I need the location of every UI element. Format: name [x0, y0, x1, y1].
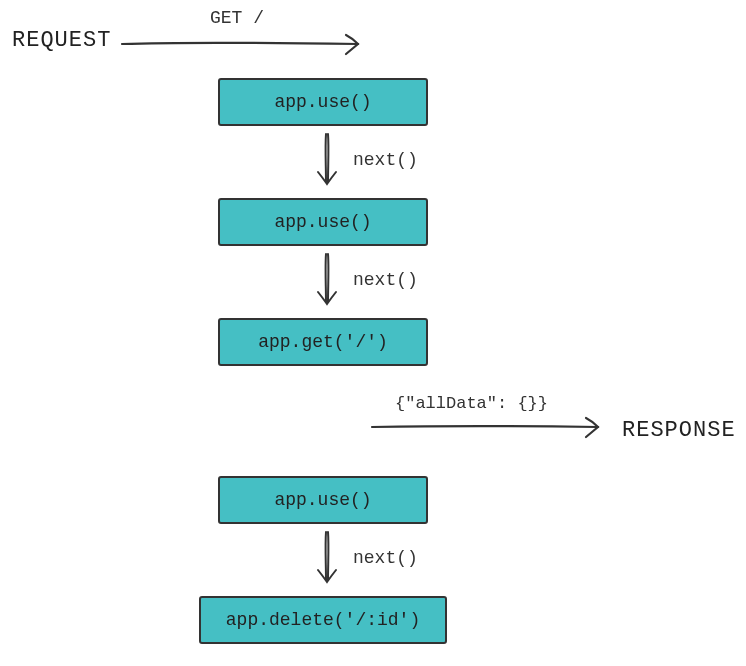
request-arrow-label: GET /	[210, 8, 264, 28]
middleware-box-1: app.use()	[218, 78, 428, 126]
down-arrow-icon	[314, 530, 344, 588]
box-label: app.delete('/:id')	[226, 610, 420, 630]
request-label: REQUEST	[12, 28, 111, 53]
box-label: app.use()	[274, 92, 371, 112]
route-box-delete: app.delete('/:id')	[199, 596, 447, 644]
next-label-2: next()	[353, 270, 418, 290]
box-label: app.use()	[274, 212, 371, 232]
route-box-get: app.get('/')	[218, 318, 428, 366]
response-arrow-label: {"allData": {}}	[395, 394, 548, 413]
down-arrow-icon	[314, 252, 344, 310]
box-label: app.get('/')	[258, 332, 388, 352]
response-label: RESPONSE	[622, 418, 736, 443]
response-arrow-icon	[370, 415, 610, 445]
next-label-3: next()	[353, 548, 418, 568]
middleware-box-2: app.use()	[218, 198, 428, 246]
next-label-1: next()	[353, 150, 418, 170]
box-label: app.use()	[274, 490, 371, 510]
middleware-box-3: app.use()	[218, 476, 428, 524]
down-arrow-icon	[314, 132, 344, 190]
request-arrow-icon	[120, 32, 370, 62]
